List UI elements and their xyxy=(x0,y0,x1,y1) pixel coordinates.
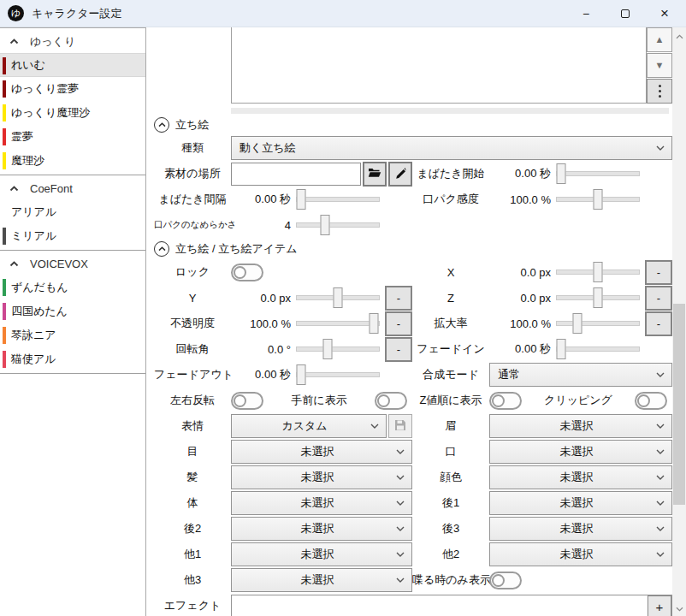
z-order-toggle[interactable] xyxy=(489,392,522,410)
rotation-reset-button[interactable]: - xyxy=(385,337,412,362)
front-toggle[interactable] xyxy=(375,392,407,410)
back2-dropdown[interactable]: 未選択 xyxy=(231,517,412,541)
other2-dropdown[interactable]: 未選択 xyxy=(489,542,672,566)
sidebar-group-yukkuri[interactable]: ゆっくり xyxy=(0,30,145,53)
clipping-label: クリッピング xyxy=(522,393,635,408)
type-dropdown[interactable]: 動く立ち絵 xyxy=(231,136,672,160)
opacity-reset-button[interactable]: - xyxy=(385,311,412,336)
minimize-button[interactable]: − xyxy=(566,0,606,27)
sidebar-item-zundamon[interactable]: ずんだもん xyxy=(0,275,145,299)
sidebar-item-shikoku-metan[interactable]: 四国めたん xyxy=(0,299,145,323)
y-slider[interactable] xyxy=(296,287,380,309)
lip-smoothness-label: 口パクのなめらかさ xyxy=(154,219,231,231)
flip-toggle[interactable] xyxy=(231,392,263,410)
sidebar-item-miriaru[interactable]: ミリアル xyxy=(0,224,145,248)
lip-sensitivity-label: 口パク感度 xyxy=(412,192,489,207)
slider-thumb[interactable] xyxy=(321,215,330,235)
body-dropdown[interactable]: 未選択 xyxy=(231,491,412,515)
slider-thumb[interactable] xyxy=(556,163,565,184)
chevron-down-icon xyxy=(656,449,665,454)
slider-thumb[interactable] xyxy=(594,189,603,210)
sidebar-item-yukkuri-marisa[interactable]: ゆっくり魔理沙 xyxy=(0,101,145,125)
section-header-tachie[interactable]: 立ち絵 xyxy=(154,115,672,135)
blink-start-slider[interactable] xyxy=(556,163,640,185)
zoomrate-slider[interactable] xyxy=(556,312,640,335)
edit-path-button[interactable] xyxy=(388,162,412,187)
lock-toggle[interactable] xyxy=(231,264,263,281)
zoomrate-reset-button[interactable]: - xyxy=(645,311,672,336)
mouth-dropdown[interactable]: 未選択 xyxy=(489,440,672,464)
expression-dropdown[interactable]: カスタム xyxy=(231,414,387,438)
talk-only-toggle[interactable] xyxy=(489,572,522,589)
open-folder-button[interactable] xyxy=(363,162,387,187)
vertical-scrollbar[interactable] xyxy=(672,27,686,616)
z-slider[interactable] xyxy=(556,287,640,309)
sidebar-item-ariaru[interactable]: アリアル xyxy=(0,200,145,224)
slider-thumb[interactable] xyxy=(323,339,333,359)
back1-dropdown[interactable]: 未選択 xyxy=(489,491,672,515)
slider-thumb[interactable] xyxy=(594,287,603,308)
scroll-up-arrow[interactable] xyxy=(672,29,686,42)
sidebar-item-kotoyomi-nia[interactable]: 琴詠ニア xyxy=(0,323,145,347)
fade-in-slider[interactable] xyxy=(556,338,640,360)
other3-dropdown[interactable]: 未選択 xyxy=(231,568,412,592)
section-header-tachie-item[interactable]: 立ち絵 / 立ち絵アイテム xyxy=(154,238,672,259)
y-value: 0.0 px xyxy=(231,292,291,305)
row-opacity-zoom: 不透明度 100.0 % - 拡大率 100.0 % - xyxy=(154,311,672,336)
z-reset-button[interactable]: - xyxy=(645,286,672,311)
slider-thumb[interactable] xyxy=(334,287,343,308)
close-button[interactable]: × xyxy=(645,0,684,27)
back3-value: 未選択 xyxy=(490,521,671,536)
other1-dropdown[interactable]: 未選択 xyxy=(231,542,412,566)
sidebar-group-coefont[interactable]: CoeFont xyxy=(0,177,145,200)
y-reset-button[interactable]: - xyxy=(385,286,412,311)
z-label: Z xyxy=(412,292,489,305)
more-options-button[interactable] xyxy=(647,79,672,104)
blend-mode-dropdown[interactable]: 通常 xyxy=(489,363,672,387)
up-triangle-icon: ▲ xyxy=(655,35,665,44)
lip-sensitivity-slider[interactable] xyxy=(556,188,640,210)
slider-thumb[interactable] xyxy=(556,339,565,359)
fade-out-slider[interactable] xyxy=(296,364,380,386)
back2-label: 後2 xyxy=(154,521,231,536)
add-effect-button[interactable]: + xyxy=(648,595,671,616)
move-up-button[interactable]: ▲ xyxy=(647,27,672,52)
save-expression-button[interactable] xyxy=(388,414,412,438)
eye-dropdown[interactable]: 未選択 xyxy=(231,440,412,464)
slider-thumb[interactable] xyxy=(296,189,305,210)
brow-dropdown[interactable]: 未選択 xyxy=(489,414,672,438)
slider-thumb[interactable] xyxy=(572,313,582,334)
x-slider[interactable] xyxy=(556,261,640,283)
window-title: キャラクター設定 xyxy=(32,6,122,21)
effect-list-box[interactable]: + xyxy=(231,595,672,616)
lock-label: ロック xyxy=(154,264,231,280)
sidebar-item-marisa[interactable]: 魔理沙 xyxy=(0,149,145,173)
slider-thumb[interactable] xyxy=(370,313,379,334)
slider-thumb[interactable] xyxy=(296,364,305,385)
material-path-input[interactable] xyxy=(231,163,361,186)
rotation-slider[interactable] xyxy=(296,338,380,360)
clipping-toggle[interactable] xyxy=(635,392,667,410)
scroll-down-arrow[interactable] xyxy=(672,601,686,614)
move-down-button[interactable]: ▼ xyxy=(647,53,672,78)
sidebar-item-yukkuri-reimu[interactable]: ゆっくり霊夢 xyxy=(0,77,145,101)
complexion-dropdown[interactable]: 未選択 xyxy=(489,465,672,489)
fade-out-value: 0.00 秒 xyxy=(231,367,291,382)
sidebar-item-nekotsuka-aru[interactable]: 猫使アル xyxy=(0,347,145,371)
maximize-button[interactable] xyxy=(606,0,645,27)
voice-list-box[interactable] xyxy=(231,27,647,104)
blink-interval-label: まばたき間隔 xyxy=(154,192,231,207)
sidebar-group-voicevox[interactable]: VOICEVOX xyxy=(0,252,145,275)
back3-dropdown[interactable]: 未選択 xyxy=(489,517,672,541)
slider-thumb[interactable] xyxy=(594,262,603,282)
row-rotation-fadein: 回転角 0.0 ° - フェードイン 0.00 秒 xyxy=(154,336,672,362)
scrollbar-thumb[interactable] xyxy=(673,304,685,505)
lip-smoothness-slider[interactable] xyxy=(296,214,380,236)
sidebar-item-reimu2[interactable]: 霊夢 xyxy=(0,125,145,149)
hair-dropdown[interactable]: 未選択 xyxy=(231,465,412,489)
body-value: 未選択 xyxy=(232,495,411,511)
sidebar-item-reimu[interactable]: れいむ xyxy=(0,53,145,77)
opacity-slider[interactable] xyxy=(296,312,380,335)
x-reset-button[interactable]: - xyxy=(645,260,672,285)
blink-interval-slider[interactable] xyxy=(296,188,380,210)
